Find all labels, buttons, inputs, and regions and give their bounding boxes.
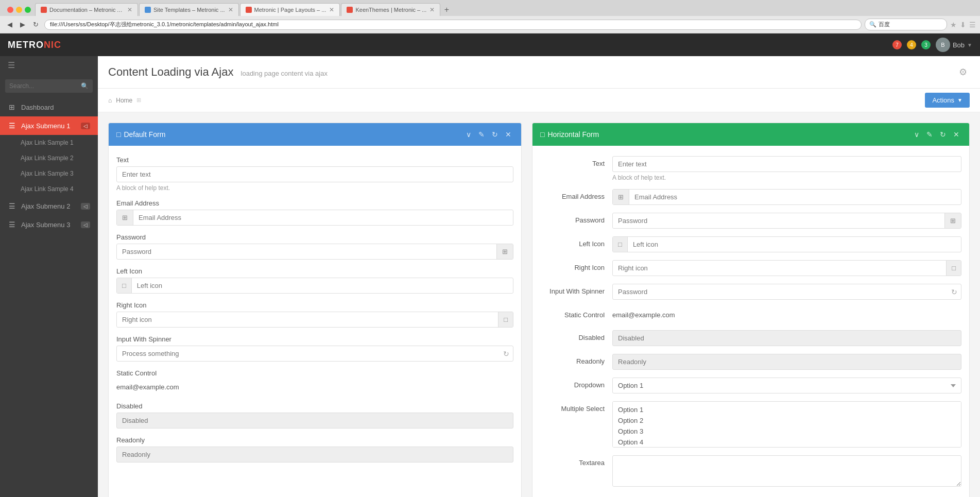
forward-button[interactable]: ▶ [17,19,28,30]
badge-notification-7[interactable]: 7 [892,40,902,49]
h-disabled-label: Disabled [540,330,612,341]
password-field-group: Password ⊞ [116,233,513,260]
sidebar-item-label: Dashboard [21,104,54,111]
h-password-input[interactable] [613,213,944,228]
tab-favicon-4 [347,7,353,13]
breadcrumb-home[interactable]: Home [116,97,132,104]
content-area: □ Default Form ∨ ✎ ↻ ✕ Text A [98,112,980,497]
h-password-addon-icon: ⊞ [944,213,961,228]
maximize-button[interactable] [25,7,31,13]
menu-icon[interactable]: ☰ [969,21,976,29]
h-refresh-button[interactable]: ↻ [938,129,948,140]
search-bar[interactable]: 🔍 百度 [865,19,947,30]
spinner-field-group: Input With Spinner ↻ [116,335,513,362]
user-area[interactable]: B Bob ▼ [936,38,972,52]
actions-button[interactable]: Actions ▼ [925,93,970,108]
h-text-control: A block of help text. [612,156,961,181]
sidebar-toggle-button[interactable]: ☰ [0,56,98,74]
badge-notification-4[interactable]: 4 [907,40,916,49]
sidebar-item-ajax-link-1[interactable]: Ajax Link Sample 1 [0,135,98,150]
sidebar-item-ajax-submenu-2[interactable]: ☰ Ajax Submenu 2 ◁ [0,197,98,215]
h-dropdown-label: Dropdown [540,378,612,389]
left-icon-input[interactable] [132,278,513,293]
h-portlet-title-icon: □ [540,130,544,139]
multi-option-1: Option 1 [613,404,961,415]
h-left-icon-input-group: □ [612,236,961,252]
h-left-icon-label: Left Icon [540,236,612,248]
h-close-button[interactable]: ✕ [951,129,961,140]
tab-bar: Documentation – Metronic Ad... ✕ Site Te… [0,0,980,16]
h-spinner-input[interactable] [612,284,961,300]
browser-tab-2[interactable]: Site Templates – Metronic ... ✕ [139,3,239,16]
search-label: 百度 [879,21,890,28]
right-icon-input[interactable] [117,312,498,327]
h-text-input[interactable] [612,156,961,172]
password-input[interactable] [117,244,496,259]
email-field-group: Email Address ⊞ [116,199,513,226]
submenu-3-icon: ☰ [8,220,16,229]
h-textarea[interactable] [612,455,961,487]
url-bar[interactable] [44,20,862,30]
left-icon-addon: □ [117,278,132,293]
h-readonly-input [612,354,961,370]
minimize-button[interactable] [16,7,22,13]
h-disabled-field-group: Disabled [540,330,961,346]
avatar: B [936,38,950,52]
tab-close-4[interactable]: ✕ [429,6,435,13]
reload-button[interactable]: ↻ [30,19,41,30]
new-tab-button[interactable]: + [441,5,452,15]
h-static-label: Static Control [540,307,612,319]
back-button[interactable]: ◀ [4,19,15,30]
portlet-title-text: Default Form [124,130,165,139]
h-portlet-title-text: Horizontal Form [548,130,599,139]
sidebar-item-ajax-link-3[interactable]: Ajax Link Sample 3 [0,166,98,181]
h-right-icon-input[interactable] [613,261,946,276]
sidebar-item-ajax-link-4[interactable]: Ajax Link Sample 4 [0,181,98,197]
edit-button[interactable]: ✎ [476,129,487,140]
sidebar-item-ajax-link-2[interactable]: Ajax Link Sample 2 [0,150,98,166]
tab-close-2[interactable]: ✕ [228,6,233,13]
browser-tab-1[interactable]: Documentation – Metronic Ad... ✕ [35,3,138,16]
disabled-label: Disabled [116,402,513,410]
password-input-group: ⊞ [116,244,513,260]
h-collapse-button[interactable]: ∨ [912,129,921,140]
search-input[interactable] [5,79,93,93]
h-email-input[interactable] [629,190,961,204]
collapse-button[interactable]: ∨ [464,129,473,140]
h-multiple-select-group: Multiple Select Option 1 Option 2 Option… [540,401,961,448]
tab-close-1[interactable]: ✕ [127,6,132,13]
tab-favicon-3 [246,7,252,13]
sidebar-item-ajax-submenu-3[interactable]: ☰ Ajax Submenu 3 ◁ [0,215,98,234]
disabled-field-group: Disabled [116,402,513,429]
sidebar-item-ajax-submenu-1[interactable]: ☰ Ajax Submenu 1 ◁ [0,116,98,135]
badge-notification-3[interactable]: 3 [921,40,931,49]
readonly-field-group: Readonly [116,436,513,462]
browser-tab-3[interactable]: Metronic | Page Layouts – ... ✕ [240,3,340,16]
h-edit-button[interactable]: ✎ [924,129,935,140]
nav-buttons: ◀ ▶ ↻ [4,19,41,30]
spinner-label: Input With Spinner [116,335,513,343]
browser-tab-4[interactable]: KeenThemes | Metronic – ... ✕ [341,3,440,16]
multi-option-2: Option 2 [613,415,961,426]
refresh-button[interactable]: ↻ [490,129,500,140]
bookmark-icon[interactable]: ★ [950,21,957,29]
settings-button[interactable]: ⚙ [956,64,970,80]
sidebar-item-dashboard[interactable]: ⊞ Dashboard [0,98,98,116]
close-button[interactable] [7,7,13,13]
h-right-icon-control: □ [612,260,961,276]
h-left-icon-input[interactable] [628,237,961,252]
close-button[interactable]: ✕ [503,129,513,140]
email-input[interactable] [133,210,513,225]
h-dropdown-control: Option 1 Option 2 Option 3 Option 4 [612,378,961,393]
h-multiple-select-label: Multiple Select [540,401,612,413]
h-multiple-select[interactable]: Option 1 Option 2 Option 3 Option 4 Opti… [612,401,961,448]
h-dropdown-select[interactable]: Option 1 Option 2 Option 3 Option 4 [612,378,961,393]
tab-title-2: Site Templates – Metronic ... [153,7,225,13]
text-input[interactable] [116,166,513,182]
download-icon[interactable]: ⬇ [960,21,966,29]
h-password-control: ⊞ [612,213,961,229]
tab-close-3[interactable]: ✕ [329,6,334,13]
default-form-title: □ Default Form [116,130,165,139]
default-form-body: Text A block of help text. Email Address… [109,146,521,481]
spinner-input[interactable] [116,346,513,362]
